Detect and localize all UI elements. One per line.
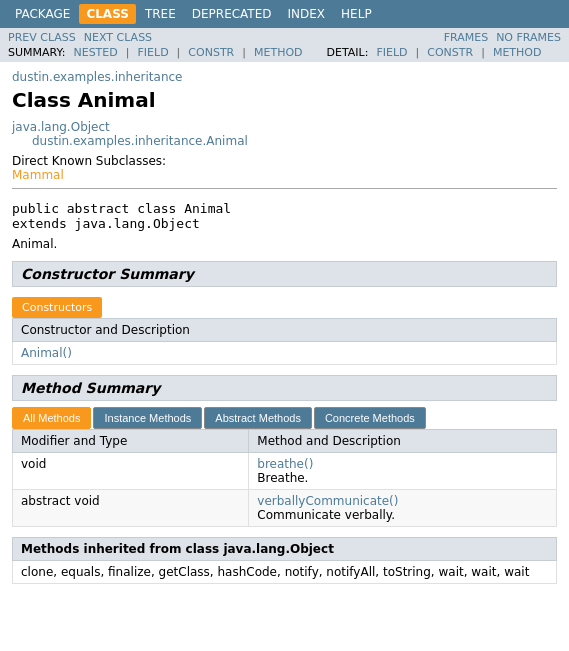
detail-label: DETAIL:: [327, 46, 369, 59]
nav-class[interactable]: CLASS: [79, 4, 136, 24]
table-row: abstract void verballyCommunicate() Comm…: [13, 490, 557, 527]
method-summary-header: Method Summary: [12, 375, 557, 401]
mammal-link[interactable]: Mammal: [12, 168, 64, 182]
summary-label: SUMMARY:: [8, 46, 65, 59]
detail-constr-link[interactable]: CONSTR: [427, 46, 473, 59]
inherited-section-header: Methods inherited from class java.lang.O…: [12, 537, 557, 561]
tab-all-methods[interactable]: All Methods: [12, 407, 91, 429]
method-breathe-link[interactable]: breathe(): [257, 457, 313, 471]
table-row: Animal(): [13, 342, 557, 365]
constructor-tab-area: Constructors: [12, 291, 557, 318]
method-table: Modifier and Type Method and Description…: [12, 429, 557, 527]
frames-link[interactable]: FRAMES: [444, 31, 488, 44]
next-class-link[interactable]: NEXT CLASS: [84, 31, 152, 44]
inheritance-child-link[interactable]: dustin.examples.inheritance.Animal: [32, 134, 248, 148]
field-link[interactable]: FIELD: [137, 46, 168, 59]
breadcrumb: dustin.examples.inheritance: [12, 70, 557, 84]
class-signature-line1: public abstract class Animal: [12, 201, 231, 216]
constr-link[interactable]: CONSTR: [188, 46, 234, 59]
sub-nav: PREV CLASS NEXT CLASS FRAMES NO FRAMES S…: [0, 28, 569, 62]
class-description: Animal.: [12, 237, 557, 251]
nav-deprecated[interactable]: DEPRECATED: [185, 4, 279, 24]
detail-field-link[interactable]: FIELD: [376, 46, 407, 59]
main-content: dustin.examples.inheritance Class Animal…: [0, 62, 569, 592]
inheritance-root-link[interactable]: java.lang.Object: [12, 120, 110, 134]
method-tab-group: All Methods Instance Methods Abstract Me…: [12, 407, 557, 429]
method-modifier-2: abstract void: [13, 490, 249, 527]
constructor-table: Constructor and Description Animal(): [12, 318, 557, 365]
method-link[interactable]: METHOD: [254, 46, 303, 59]
nav-index[interactable]: INDEX: [281, 4, 333, 24]
known-subclasses-section: Direct Known Subclasses: Mammal: [12, 154, 557, 182]
tab-instance-methods[interactable]: Instance Methods: [93, 407, 202, 429]
constructors-tab[interactable]: Constructors: [12, 297, 102, 318]
no-frames-link[interactable]: NO FRAMES: [496, 31, 561, 44]
tab-concrete-methods[interactable]: Concrete Methods: [314, 407, 426, 429]
sub-nav-row1: PREV CLASS NEXT CLASS FRAMES NO FRAMES: [8, 31, 561, 44]
method-col-modifier: Modifier and Type: [13, 430, 249, 453]
method-breathe-desc: Breathe.: [257, 471, 308, 485]
known-subclasses-label: Direct Known Subclasses:: [12, 154, 166, 168]
constructor-col-header: Constructor and Description: [13, 319, 557, 342]
method-modifier-1: void: [13, 453, 249, 490]
prev-class-link[interactable]: PREV CLASS: [8, 31, 76, 44]
sub-nav-row2: SUMMARY: NESTED | FIELD | CONSTR | METHO…: [8, 46, 561, 59]
class-signature: public abstract class Animal extends jav…: [12, 201, 557, 231]
page-title: Class Animal: [12, 88, 557, 112]
table-row: void breathe() Breathe.: [13, 453, 557, 490]
constructor-animal-link[interactable]: Animal(): [21, 346, 72, 360]
nested-link[interactable]: NESTED: [73, 46, 117, 59]
nav-package[interactable]: PACKAGE: [8, 4, 77, 24]
inherited-members-text: clone, equals, finalize, getClass, hashC…: [21, 565, 529, 579]
detail-method-link[interactable]: METHOD: [493, 46, 542, 59]
constructor-summary-header: Constructor Summary: [12, 261, 557, 287]
method-verbally-link[interactable]: verballyCommunicate(): [257, 494, 398, 508]
method-verbally-desc: Communicate verbally.: [257, 508, 395, 522]
tab-abstract-methods[interactable]: Abstract Methods: [204, 407, 312, 429]
method-col-description: Method and Description: [249, 430, 557, 453]
divider1: [12, 188, 557, 189]
inherited-members: clone, equals, finalize, getClass, hashC…: [12, 561, 557, 584]
nav-tree[interactable]: TREE: [138, 4, 183, 24]
nav-help[interactable]: HELP: [334, 4, 379, 24]
inheritance-tree: java.lang.Object dustin.examples.inherit…: [12, 120, 557, 148]
top-nav: PACKAGE CLASS TREE DEPRECATED INDEX HELP: [0, 0, 569, 28]
breadcrumb-link[interactable]: dustin.examples.inheritance: [12, 70, 183, 84]
class-signature-line2: extends java.lang.Object: [12, 216, 200, 231]
